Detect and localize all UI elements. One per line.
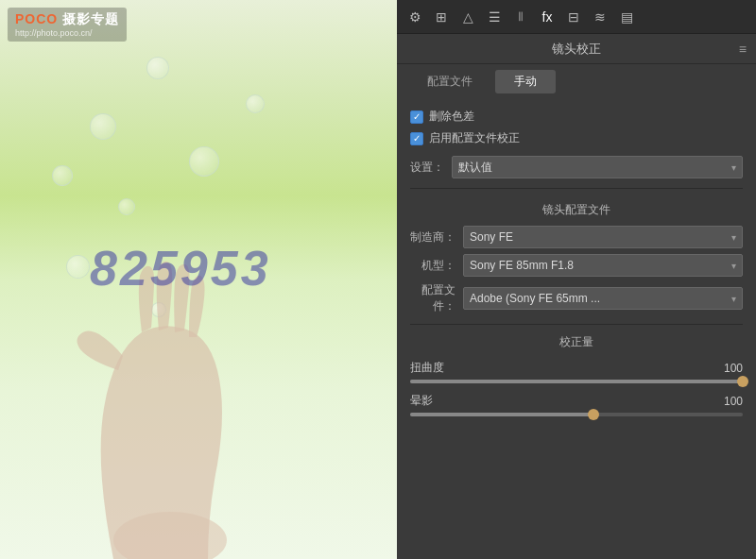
model-arrow: ▾ (731, 261, 736, 271)
toolbar-icon-export[interactable]: ▤ (616, 7, 637, 27)
model-select[interactable]: Sony FE 85mm F1.8 ▾ (463, 254, 743, 277)
checkbox-profile-label: 启用配置文件校正 (429, 130, 520, 146)
settings-arrow: ▾ (731, 162, 736, 173)
checkbox-chromatic[interactable] (410, 110, 423, 124)
distortion-value: 100 (716, 362, 743, 375)
checkbox-row-chromatic: 删除色差 (410, 109, 743, 125)
logo-url: http://photo.poco.cn/ (15, 28, 119, 38)
settings-value: 默认值 (458, 160, 492, 176)
toolbar-icon-columns[interactable]: ⦀ (510, 7, 531, 27)
bubble (90, 113, 116, 140)
logo-brand: POCO 摄影专题 (15, 11, 119, 28)
checkbox-profile[interactable] (410, 132, 423, 145)
toolbar-icon-curve[interactable]: △ (457, 7, 478, 27)
settings-select[interactable]: 默认值 ▾ (452, 156, 743, 178)
toolbar-icon-fx[interactable]: fx (537, 7, 558, 27)
hand-silhouette (19, 181, 321, 559)
maker-arrow: ▾ (731, 232, 736, 243)
vignette-track[interactable] (410, 413, 743, 416)
photo-panel: POCO 摄影专题 http://photo.poco.cn/ 825953 (0, 0, 397, 559)
distortion-slider-header: 扭曲度 100 (410, 360, 743, 376)
correction-title: 校正量 (410, 334, 743, 350)
checkbox-chromatic-label: 删除色差 (429, 109, 474, 125)
panel-menu-icon[interactable]: ≡ (739, 42, 747, 57)
vignette-label: 晕影 (410, 393, 433, 409)
checkbox-row-profile: 启用配置文件校正 (410, 130, 743, 146)
logo-overlay: POCO 摄影专题 http://photo.poco.cn/ (8, 8, 127, 42)
vignette-slider-section: 晕影 100 (410, 393, 743, 416)
bubble (246, 94, 265, 113)
vignette-slider-header: 晕影 100 (410, 393, 743, 409)
toolbar-icon-detail[interactable]: ≋ (590, 7, 610, 27)
tabs-row: 配置文件 手动 (397, 64, 756, 99)
toolbar-icon-grid[interactable]: ⊞ (431, 7, 452, 27)
panel-header: 镜头校正 ≡ (397, 34, 756, 64)
field-row-profile-file: 配置文件： Adobe (Sony FE 65mm ... ▾ (410, 282, 743, 314)
distortion-thumb[interactable] (737, 376, 748, 387)
distortion-slider-section: 扭曲度 100 (410, 360, 743, 383)
toolbar-icon-settings[interactable]: ⚙ (404, 7, 425, 27)
vignette-fill (410, 413, 593, 416)
divider-1 (410, 188, 743, 189)
toolbar: ⚙ ⊞ △ ☰ ⦀ fx ⊟ ≋ ▤ (397, 0, 756, 34)
vignette-thumb[interactable] (588, 409, 599, 420)
bubble (146, 57, 169, 79)
profile-file-label: 配置文件： (410, 282, 455, 314)
distortion-fill (410, 380, 743, 383)
model-value: Sony FE 85mm F1.8 (470, 259, 574, 272)
distortion-track[interactable] (410, 380, 743, 383)
model-label: 机型： (410, 258, 455, 274)
lens-profile-title: 镜头配置文件 (410, 202, 743, 218)
bubble (189, 146, 219, 177)
maker-select[interactable]: Sony FE ▾ (463, 226, 743, 248)
distortion-label: 扭曲度 (410, 360, 444, 376)
toolbar-icon-list[interactable]: ☰ (484, 7, 505, 27)
profile-file-select[interactable]: Adobe (Sony FE 65mm ... ▾ (463, 287, 743, 310)
divider-2 (410, 324, 743, 325)
content-area: 删除色差 启用配置文件校正 设置： 默认值 ▾ 镜头配置文件 制造商： Sony… (397, 99, 756, 559)
tab-profile[interactable]: 配置文件 (408, 70, 491, 93)
profile-file-arrow: ▾ (731, 294, 736, 304)
maker-label: 制造商： (410, 229, 455, 246)
toolbar-icon-table[interactable]: ⊟ (563, 7, 584, 27)
settings-row: 设置： 默认值 ▾ (410, 156, 743, 178)
settings-label: 设置： (410, 160, 444, 176)
vignette-value: 100 (716, 395, 743, 408)
maker-value: Sony FE (470, 230, 513, 244)
field-row-maker: 制造商： Sony FE ▾ (410, 226, 743, 248)
right-panel: ⚙ ⊞ △ ☰ ⦀ fx ⊟ ≋ ▤ 镜头校正 ≡ 配置文件 手动 删除色差 启… (397, 0, 756, 559)
field-row-model: 机型： Sony FE 85mm F1.8 ▾ (410, 254, 743, 277)
profile-file-value: Adobe (Sony FE 65mm ... (470, 292, 600, 305)
tab-manual[interactable]: 手动 (495, 70, 556, 93)
panel-title: 镜头校正 (552, 41, 601, 58)
